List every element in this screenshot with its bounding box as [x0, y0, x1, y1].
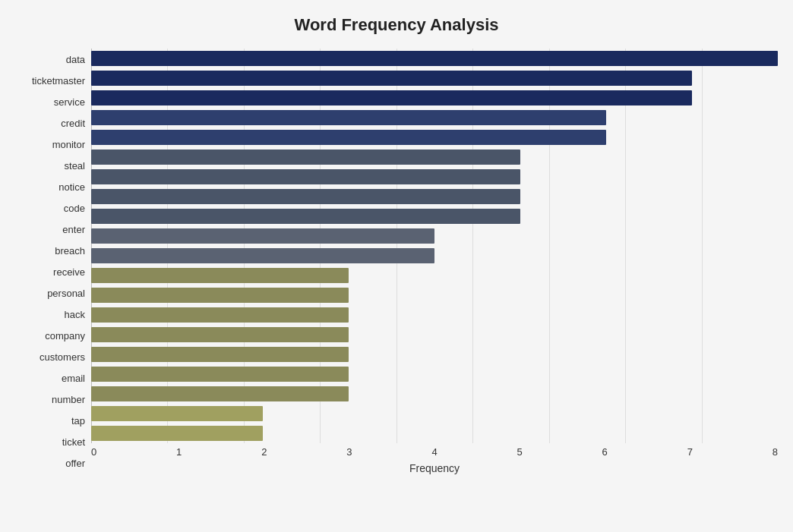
y-label: customers [39, 352, 85, 362]
bar-row [91, 208, 778, 225]
y-label: enter [62, 225, 85, 235]
bar-row [91, 149, 778, 165]
bar [91, 130, 606, 145]
y-label: notice [58, 182, 85, 192]
bar [91, 228, 434, 244]
chart-title: Word Frequency Analysis [15, 15, 778, 35]
grid-line [625, 49, 701, 443]
bars-and-x: 012345678 Frequency [91, 49, 778, 474]
bar [91, 189, 520, 204]
bar-row [91, 50, 778, 67]
bar [91, 71, 692, 86]
bar-row [91, 287, 778, 304]
grid-lines [91, 49, 778, 443]
y-axis: dataticketmasterservicecreditmonitorstea… [15, 49, 91, 474]
y-label: personal [47, 288, 85, 298]
bar [91, 426, 263, 441]
grid-line [396, 49, 472, 443]
y-label: offer [65, 458, 85, 468]
bar-row [91, 228, 778, 244]
bar [91, 110, 606, 125]
x-tick: 0 [91, 446, 96, 458]
chart-area: dataticketmasterservicecreditmonitorstea… [15, 49, 778, 474]
bar [91, 268, 349, 283]
x-axis: 012345678 Frequency [91, 443, 778, 474]
bar [91, 150, 520, 165]
bar-row [91, 188, 778, 205]
y-label: steal [65, 161, 85, 171]
y-label: service [54, 97, 85, 107]
grid-line [91, 49, 167, 443]
x-tick: 5 [517, 446, 522, 458]
bar [91, 307, 349, 323]
y-label: number [52, 395, 85, 405]
bars-section [91, 49, 778, 443]
bar-row [91, 129, 778, 146]
bar [91, 327, 349, 342]
bar [91, 288, 349, 303]
grid-line [244, 49, 320, 443]
y-label: monitor [52, 140, 85, 150]
y-label: company [45, 331, 85, 341]
bar [91, 169, 520, 184]
bar-row [91, 168, 778, 185]
y-label: hack [65, 310, 85, 320]
x-tick: 3 [346, 446, 352, 458]
x-axis-label: Frequency [91, 462, 778, 474]
y-label: credit [61, 118, 85, 128]
bar-row [91, 405, 778, 422]
bar-row [91, 90, 778, 106]
x-tick: 7 [687, 446, 693, 458]
bar-row [91, 386, 778, 402]
bar [91, 347, 349, 362]
x-ticks: 012345678 [91, 446, 778, 458]
bar [91, 406, 263, 421]
x-tick: 8 [772, 446, 778, 458]
grid-line [320, 49, 396, 443]
bar-row [91, 425, 778, 442]
x-tick: 2 [261, 446, 267, 458]
grid-line [472, 49, 548, 443]
y-label: code [64, 203, 85, 213]
y-label: data [66, 55, 85, 65]
bar [91, 90, 692, 105]
bar [91, 51, 778, 66]
bar-row [91, 247, 778, 264]
y-label: tap [71, 416, 85, 426]
bar [91, 367, 349, 382]
y-label: ticket [62, 437, 85, 447]
bar [91, 386, 349, 401]
bar-row [91, 326, 778, 343]
y-label: receive [53, 267, 85, 277]
grid-line [549, 49, 625, 443]
bar [91, 209, 520, 224]
y-label: breach [55, 246, 85, 256]
bar-row [91, 346, 778, 363]
bar [91, 248, 434, 263]
bar-row [91, 267, 778, 284]
bar-row [91, 70, 778, 87]
y-label: email [62, 373, 85, 383]
x-tick: 1 [176, 446, 182, 458]
x-tick: 6 [602, 446, 608, 458]
bar-row [91, 307, 778, 323]
x-tick: 4 [431, 446, 437, 458]
grid-line [702, 49, 778, 443]
chart-container: Word Frequency Analysis dataticketmaster… [0, 0, 793, 532]
grid-line [167, 49, 243, 443]
bar-row [91, 366, 778, 382]
y-label: ticketmaster [32, 76, 85, 86]
bar-row [91, 109, 778, 126]
